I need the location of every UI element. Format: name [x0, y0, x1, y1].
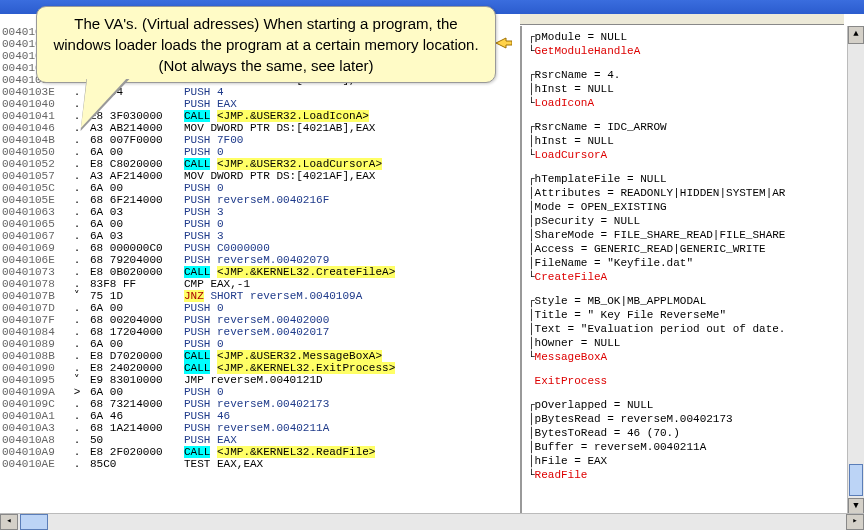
address-cell: 0040104B [0, 134, 68, 146]
asm-cell: MOV DWORD PTR DS:[4021AF],EAX [182, 170, 520, 182]
disasm-row[interactable]: 00401050.6A 00PUSH 0 [0, 146, 520, 158]
api-function-name: └GetModuleHandleA [528, 44, 852, 58]
api-function-name: └LoadIconA [528, 96, 852, 110]
api-hint-line: ┌pModule = NULL [528, 30, 852, 44]
mark-cell: . [68, 338, 88, 350]
address-cell: 00401046 [0, 122, 68, 134]
disasm-row[interactable]: 00401090.E8 24020000CALL <JMP.&KERNEL32.… [0, 362, 520, 374]
address-cell: 00401057 [0, 170, 68, 182]
address-cell: 004010A9 [0, 446, 68, 458]
hex-cell: 85C0 [88, 458, 182, 470]
disasm-row[interactable]: 0040107B˅75 1DJNZ SHORT reverseM.0040109… [0, 290, 520, 302]
api-function-name: └ReadFile [528, 468, 852, 482]
scroll-left-button[interactable]: ◂ [0, 514, 18, 530]
api-hint-line: │Access = GENERIC_READ|GENERIC_WRITE [528, 242, 852, 256]
vscroll-thumb[interactable] [849, 464, 863, 496]
disasm-row[interactable]: 0040109A>6A 00PUSH 0 [0, 386, 520, 398]
hex-cell: 6A 46 [88, 410, 182, 422]
disasm-row[interactable]: 00401089.6A 00PUSH 0 [0, 338, 520, 350]
disasm-row[interactable]: 00401069.68 000000C0PUSH C0000000 [0, 242, 520, 254]
asm-cell: TEST EAX,EAX [182, 458, 520, 470]
hex-cell: 6A 00 [88, 182, 182, 194]
disasm-row[interactable]: 00401078.83F8 FFCMP EAX,-1 [0, 278, 520, 290]
disasm-row[interactable]: 0040107D.6A 00PUSH 0 [0, 302, 520, 314]
disasm-row[interactable]: 0040107F.68 00204000PUSH reverseM.004020… [0, 314, 520, 326]
api-hint-line: │Mode = OPEN_EXISTING [528, 200, 852, 214]
asm-cell: PUSH 0 [182, 218, 520, 230]
address-cell: 0040107F [0, 314, 68, 326]
asm-cell: PUSH reverseM.0040211A [182, 422, 520, 434]
svg-marker-0 [496, 38, 512, 48]
api-hint-group: ┌pOverlapped = NULL│pBytesRead = reverse… [528, 398, 852, 482]
disasm-row[interactable]: 00401065.6A 00PUSH 0 [0, 218, 520, 230]
hex-cell: 6A 00 [88, 146, 182, 158]
hex-cell: A3 AF214000 [88, 170, 182, 182]
api-hint-pane[interactable]: ┌pModule = NULL└GetModuleHandleA┌RsrcNam… [520, 26, 852, 524]
asm-cell: PUSH 46 [182, 410, 520, 422]
scroll-up-button[interactable]: ▲ [848, 26, 864, 44]
hex-cell: 68 79204000 [88, 254, 182, 266]
hex-cell: E8 D7020000 [88, 350, 182, 362]
api-hint-group: ┌hTemplateFile = NULL│Attributes = READO… [528, 172, 852, 284]
asm-cell: CALL <JMP.&USER32.LoadIconA> [182, 110, 520, 122]
asm-cell: CALL <JMP.&USER32.LoadCursorA> [182, 158, 520, 170]
asm-cell: CMP EAX,-1 [182, 278, 520, 290]
disasm-row[interactable]: 004010AE.85C0TEST EAX,EAX [0, 458, 520, 470]
hex-cell: 6A 00 [88, 386, 182, 398]
asm-cell: CALL <JMP.&KERNEL32.ReadFile> [182, 446, 520, 458]
hex-cell: 68 000000C0 [88, 242, 182, 254]
disasm-row[interactable]: 0040106E.68 79204000PUSH reverseM.004020… [0, 254, 520, 266]
disassembly-pane[interactable]: 00401024004010280040102A.C705 ........MO… [0, 26, 520, 520]
disasm-row[interactable]: 00401084.68 17204000PUSH reverseM.004020… [0, 326, 520, 338]
disasm-row[interactable]: 0040109C.68 73214000PUSH reverseM.004021… [0, 398, 520, 410]
mark-cell: . [68, 194, 88, 206]
asm-cell: PUSH 0 [182, 146, 520, 158]
disasm-row[interactable]: 00401057.A3 AF214000MOV DWORD PTR DS:[40… [0, 170, 520, 182]
disasm-row[interactable]: 0040108B.E8 D7020000CALL <JMP.&USER32.Me… [0, 350, 520, 362]
disasm-row[interactable]: 0040103E.6A 04PUSH 4 [0, 86, 520, 98]
asm-cell: CALL <JMP.&KERNEL32.ExitProcess> [182, 362, 520, 374]
vertical-scrollbar[interactable]: ▲ ▼ [847, 26, 864, 516]
hex-cell: 6A 03 [88, 206, 182, 218]
mark-cell: . [68, 410, 88, 422]
disasm-row[interactable]: 00401073.E8 0B020000CALL <JMP.&KERNEL32.… [0, 266, 520, 278]
mark-cell: ˅ [68, 290, 88, 302]
mark-cell: . [68, 182, 88, 194]
disasm-row[interactable]: 004010A3.68 1A214000PUSH reverseM.004021… [0, 422, 520, 434]
hex-cell: E8 24020000 [88, 362, 182, 374]
asm-cell: PUSH reverseM.00402079 [182, 254, 520, 266]
disasm-row[interactable]: 0040105C.6A 00PUSH 0 [0, 182, 520, 194]
disasm-row[interactable]: 00401063.6A 03PUSH 3 [0, 206, 520, 218]
hscroll-thumb[interactable] [20, 514, 48, 530]
mark-cell: . [68, 350, 88, 362]
hex-cell: 6A 03 [88, 230, 182, 242]
window-toolbar[interactable] [520, 14, 844, 25]
disasm-row[interactable]: 0040104B.68 007F0000PUSH 7F00 [0, 134, 520, 146]
mark-cell: . [68, 314, 88, 326]
address-cell: 0040107D [0, 302, 68, 314]
horizontal-scrollbar[interactable]: ◂ ▸ [0, 513, 864, 530]
disasm-row[interactable]: 004010A1.6A 46PUSH 46 [0, 410, 520, 422]
hex-cell: 75 1D [88, 290, 182, 302]
api-hint-line: │Buffer = reverseM.0040211A [528, 440, 852, 454]
asm-cell: PUSH 3 [182, 206, 520, 218]
disasm-row[interactable]: 00401095˅E9 83010000JMP reverseM.0040121… [0, 374, 520, 386]
hex-cell: 83F8 FF [88, 278, 182, 290]
disasm-row[interactable]: 0040105E.68 6F214000PUSH reverseM.004021… [0, 194, 520, 206]
disasm-row[interactable]: 00401052.E8 C8020000CALL <JMP.&USER32.Lo… [0, 158, 520, 170]
mark-cell: . [68, 254, 88, 266]
disasm-row[interactable]: 004010A9.E8 2F020000CALL <JMP.&KERNEL32.… [0, 446, 520, 458]
asm-cell: PUSH C0000000 [182, 242, 520, 254]
annotation-callout: The VA's. (Virtual adresses) When starti… [36, 6, 496, 83]
api-hint-group: ExitProcess [528, 374, 852, 388]
hex-cell: E8 0B020000 [88, 266, 182, 278]
hex-cell: 68 00204000 [88, 314, 182, 326]
disasm-row[interactable]: 004010A8.50PUSH EAX [0, 434, 520, 446]
api-hint-line: │pSecurity = NULL [528, 214, 852, 228]
disasm-row[interactable]: 00401067.6A 03PUSH 3 [0, 230, 520, 242]
scroll-right-button[interactable]: ▸ [846, 514, 864, 530]
api-hint-line: ┌RsrcName = 4. [528, 68, 852, 82]
hex-cell: E9 83010000 [88, 374, 182, 386]
address-cell: 00401052 [0, 158, 68, 170]
asm-cell: PUSH 0 [182, 302, 520, 314]
